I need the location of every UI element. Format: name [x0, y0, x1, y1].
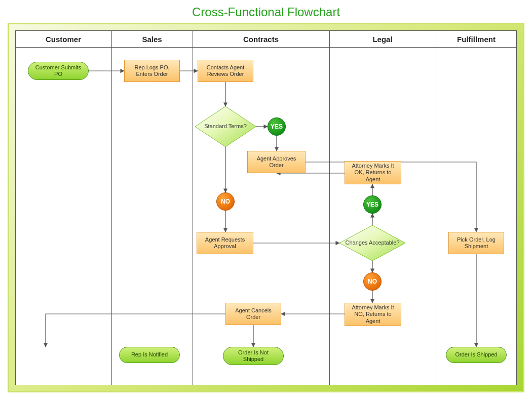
decision-changes-acceptable: Changes Acceptable?: [339, 225, 405, 261]
lane-divider: [193, 30, 193, 385]
process-agent-requests: Agent Requests Approval: [197, 232, 253, 254]
lane-header-contracts: Contracts: [193, 31, 329, 48]
connector-yes-2: YES: [363, 195, 382, 214]
diagram-frame: Customer Sales Contracts Legal Fulfillme…: [8, 23, 524, 392]
lane-divider: [329, 30, 330, 385]
lane-header-customer: Customer: [15, 31, 111, 48]
decision-label: Changes Acceptable?: [339, 225, 405, 261]
lane-divider: [15, 30, 16, 385]
diagram-canvas: Customer Sales Contracts Legal Fulfillme…: [15, 30, 517, 385]
lane-divider: [436, 30, 436, 385]
page: Cross-Functional Flowchart Customer Sale…: [0, 0, 532, 400]
lane-header-sales: Sales: [111, 31, 193, 48]
process-agent-approves: Agent Approves Order: [247, 151, 306, 173]
decision-label: Standard Terms?: [195, 106, 256, 147]
process-pick-order: Pick Order, Log Shipment: [448, 232, 504, 254]
arrows-layer: [15, 30, 517, 385]
terminator-order-shipped: Order Is Shipped: [446, 347, 507, 363]
lane-header-legal: Legal: [329, 31, 436, 48]
lane-header-row: Customer Sales Contracts Legal Fulfillme…: [15, 30, 517, 48]
process-attorney-ok: Attorney Marks It OK, Returns to Agent: [345, 161, 401, 184]
terminator-order-not-shipped: Order Is Not Shipped: [223, 347, 284, 365]
decision-standard-terms: Standard Terms?: [195, 106, 256, 147]
process-rep-logs: Rep Logs PO, Enters Order: [124, 60, 180, 82]
lane-divider: [111, 30, 112, 385]
terminator-rep-notified: Rep Is Notified: [119, 347, 180, 363]
lane-divider: [516, 30, 517, 385]
process-agent-cancels: Agent Cancels Order: [225, 303, 281, 325]
connector-no-1: NO: [216, 192, 235, 211]
connector-yes-1: YES: [268, 117, 286, 136]
connector-no-2: NO: [363, 272, 382, 291]
process-contacts-agent: Contacts Agent Reviews Order: [198, 60, 253, 82]
terminator-customer-submits: Customer Submits PO: [28, 62, 89, 80]
diagram-title: Cross-Functional Flowchart: [0, 5, 532, 19]
lane-header-fulfillment: Fulfillment: [436, 31, 517, 48]
process-attorney-no: Attorney Marks It NO, Returns to Agent: [345, 303, 401, 326]
